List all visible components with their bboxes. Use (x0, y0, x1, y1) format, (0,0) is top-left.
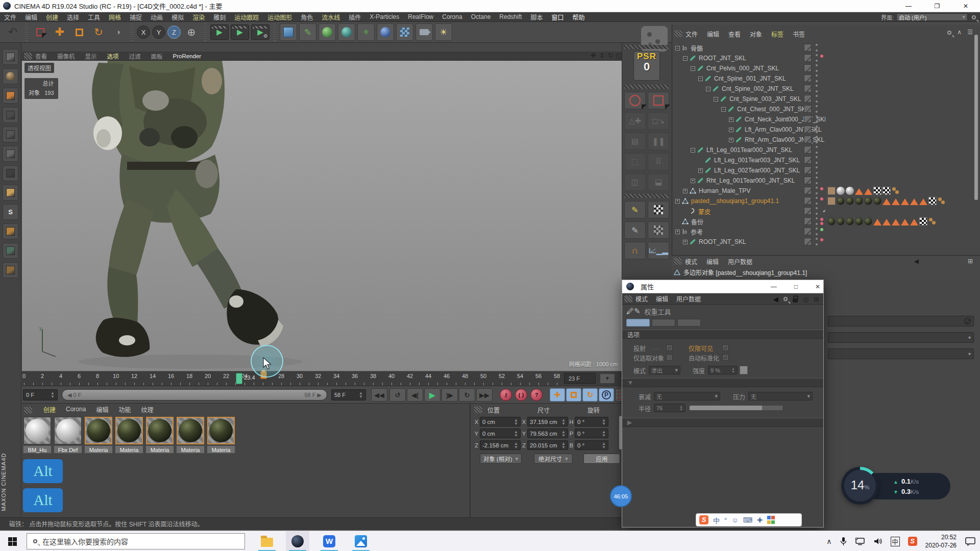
weight-tag-icon[interactable] (827, 187, 836, 195)
lock-icon[interactable] (793, 298, 798, 303)
go-to-end-button[interactable]: ▶▶ (476, 388, 493, 402)
tree-expand-toggle[interactable]: + (683, 189, 688, 193)
tree-item[interactable]: −0骨骼 (673, 43, 825, 53)
size-x-field[interactable]: 37.159 cm▲▼ (527, 417, 568, 427)
viewport-rotate-icon[interactable]: ↻ (608, 52, 614, 59)
tri-tag-icon[interactable] (873, 219, 881, 226)
visibility-dots[interactable] (816, 105, 818, 113)
om-menu-item[interactable]: 文件 (685, 30, 698, 38)
taskbar-app-wps[interactable]: W (317, 531, 341, 551)
sphere-light-tag-icon[interactable] (837, 187, 845, 195)
layer-toggle[interactable] (804, 64, 812, 72)
previous-key-button[interactable]: ◀( (407, 388, 423, 402)
add-light-button[interactable]: ☀ (435, 23, 452, 41)
notification-icon[interactable] (965, 537, 976, 546)
material-thumbnail[interactable] (85, 417, 112, 444)
add-cube-object-button[interactable] (280, 23, 297, 41)
make-editable-icon[interactable] (3, 49, 18, 65)
psr-reset-button[interactable]: PSR 0 (633, 51, 660, 81)
menu-item[interactable]: Redshift (499, 13, 522, 20)
material-item[interactable]: Materia (145, 417, 174, 454)
visibility-dots[interactable] (816, 44, 818, 52)
timeline-ruler[interactable]: 0246810121416182022242628303234363840424… (22, 371, 622, 386)
size-y-field[interactable]: 79.563 cm▲▼ (527, 429, 568, 438)
visibility-dots[interactable] (816, 177, 818, 184)
visibility-dots[interactable] (816, 85, 818, 92)
layer-toggle[interactable] (804, 187, 812, 194)
attribute-dropdown[interactable]: ▾ (828, 332, 974, 343)
sogou-tray-icon[interactable]: S (908, 537, 917, 546)
viewport-menu-item[interactable]: 面板 (151, 52, 163, 60)
visibility-dots[interactable] (816, 95, 818, 103)
material-item[interactable]: Materia (176, 417, 205, 454)
tree-expand-toggle[interactable]: − (714, 97, 718, 102)
visibility-dots[interactable] (816, 74, 818, 82)
autokey-button[interactable]: ( ) (515, 389, 527, 401)
tri-tag-icon[interactable] (901, 219, 909, 226)
pen-tool-icon[interactable]: ✎ (624, 221, 646, 239)
taskbar-app-cinema4d[interactable] (286, 531, 309, 551)
layer-toggle[interactable] (804, 126, 812, 133)
tree-item[interactable]: 蒙皮✓ (673, 206, 825, 216)
tree-item[interactable]: +0参考 (673, 227, 825, 237)
sphere-dark-tag-icon[interactable] (837, 217, 845, 226)
material-thumbnail[interactable] (54, 417, 82, 444)
texture-mode-icon[interactable] (3, 88, 18, 104)
key-rotation-toggle[interactable]: ↻ (582, 388, 598, 402)
start-frame-field[interactable]: 0 F▲▼ (23, 389, 58, 400)
lock-y-axis-button[interactable]: Y (152, 26, 165, 39)
position-x-field[interactable]: 0 cm▲▼ (480, 417, 521, 427)
panel-grip[interactable] (674, 30, 682, 37)
polygons-mode-icon[interactable] (3, 165, 18, 181)
tree-expand-toggle[interactable]: − (691, 148, 695, 153)
sphere-light-tag-icon[interactable] (846, 187, 854, 195)
material-item[interactable]: Fbx Def (54, 417, 82, 454)
toolbox-icon[interactable] (767, 516, 775, 524)
visibility-dots[interactable] (816, 126, 818, 133)
uvw-tag-icon[interactable] (928, 197, 937, 205)
material-thumbnail[interactable] (207, 417, 235, 444)
visibility-dots[interactable] (816, 156, 818, 164)
interface-dropdown[interactable]: 启动 (用户)▾ (896, 13, 968, 21)
viewport-menu-item[interactable]: ProRender (173, 53, 202, 59)
menu-item[interactable]: 窗口 (551, 13, 564, 21)
coordinate-system-button[interactable]: ⊕ (183, 23, 200, 41)
loop-button[interactable]: ↻ (459, 388, 475, 402)
tri-tag-icon[interactable] (910, 198, 918, 205)
maximize-button[interactable]: ❐ (923, 0, 951, 12)
perspective-viewport[interactable]: 透视视图 总计 对象 193 网格间距 : 1000 cm y (22, 61, 622, 371)
sphere-dark-tag-icon[interactable] (855, 217, 863, 226)
options-section-header[interactable]: 选项 (622, 330, 823, 339)
add-spline-button[interactable]: ✎ (299, 23, 316, 41)
sphere-dark-tag-icon[interactable] (864, 197, 872, 205)
om-menu-item[interactable]: 编辑 (707, 30, 719, 38)
layer-toggle[interactable] (804, 95, 812, 103)
search-icon[interactable] (783, 297, 788, 301)
render-view-button[interactable]: ▶ (210, 24, 229, 40)
phong-tag-icon[interactable] (938, 197, 946, 205)
layer-toggle[interactable] (804, 105, 812, 113)
phong-tag-icon[interactable] (928, 217, 937, 226)
tool-icon[interactable]: ◫ (624, 173, 646, 191)
visibility-dots[interactable] (816, 136, 818, 143)
size-z-field[interactable]: 20.015 cm▲▼ (527, 440, 568, 450)
material-thumbnail[interactable] (177, 417, 204, 444)
taskbar-app-photos[interactable] (349, 531, 373, 551)
add-deformer-button[interactable] (338, 23, 355, 41)
history-back-icon[interactable]: ◀ (773, 295, 778, 303)
uvw-tag-icon[interactable] (919, 217, 927, 226)
tree-item[interactable]: +pasted__shouqiang1_group41.1 (673, 196, 825, 206)
strength-swatch[interactable] (740, 366, 748, 374)
emoji-icon[interactable]: ☺ (731, 516, 738, 524)
next-key-button[interactable]: )▶ (442, 388, 458, 402)
menu-item[interactable]: Corona (442, 13, 462, 20)
mode-dropdown[interactable]: 渗出▾ (649, 366, 680, 374)
selected-only-checkbox[interactable] (666, 354, 673, 361)
tree-expand-toggle[interactable]: + (698, 168, 703, 173)
attributes-window-titlebar[interactable]: 属性 — □ ✕ (622, 280, 823, 293)
material-thumbnail[interactable] (146, 417, 174, 444)
layer-toggle[interactable] (804, 217, 812, 225)
am-menu-item[interactable]: 用户数据 (728, 257, 752, 266)
tree-expand-toggle[interactable]: − (675, 46, 680, 51)
scale-tool[interactable] (70, 23, 88, 41)
